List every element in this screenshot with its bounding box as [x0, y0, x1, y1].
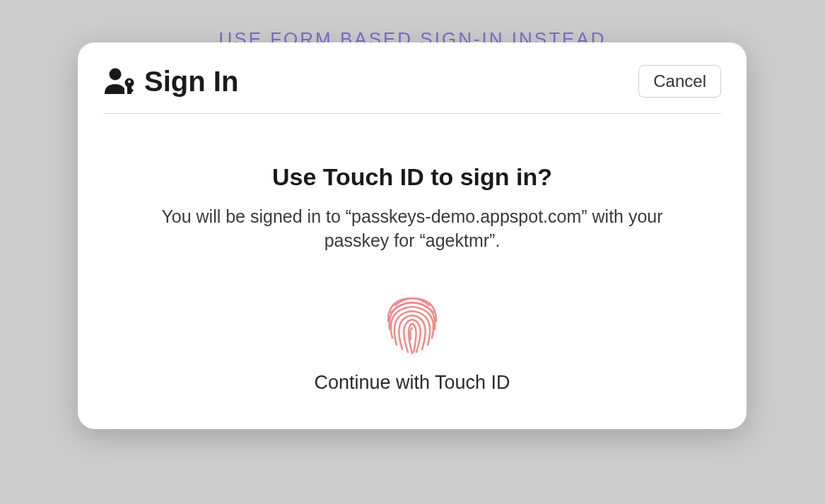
signin-dialog: Sign In Cancel Use Touch ID to sign in? …	[78, 42, 747, 429]
dialog-title-group: Sign In	[103, 66, 238, 98]
touchid-prompt-description: You will be signed in to “passkeys-demo.…	[144, 205, 681, 253]
cancel-button[interactable]: Cancel	[638, 65, 721, 98]
dialog-header: Sign In Cancel	[103, 65, 721, 114]
svg-point-0	[110, 69, 122, 81]
svg-point-2	[128, 81, 131, 83]
dialog-body: Use Touch ID to sign in? You will be sig…	[103, 114, 721, 394]
touchid-prompt-heading: Use Touch ID to sign in?	[103, 163, 721, 191]
passkey-icon	[103, 67, 137, 95]
continue-touchid-label: Continue with Touch ID	[314, 372, 510, 394]
dialog-title: Sign In	[144, 66, 238, 98]
fingerprint-icon	[378, 288, 446, 356]
touchid-action[interactable]: Continue with Touch ID	[103, 288, 721, 394]
